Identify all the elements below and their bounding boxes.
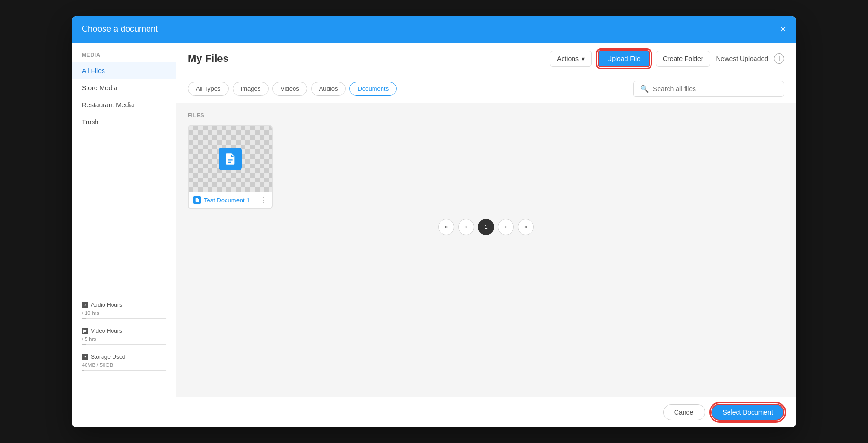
modal-header: Choose a document × — [72, 16, 796, 43]
video-hours-stat: ▶ Video Hours / 5 hrs — [82, 328, 166, 345]
audio-icon: ♪ — [82, 302, 88, 308]
storage-used-bar — [82, 370, 166, 371]
filter-bar: All Types Images Videos Audios Documents… — [176, 75, 796, 103]
files-area: FILES — [176, 103, 796, 397]
actions-label: Actions — [557, 55, 579, 62]
sidebar-section-label: MEDIA — [72, 52, 176, 62]
page-first-button[interactable]: « — [438, 219, 454, 235]
filter-tabs: All Types Images Videos Audios Documents — [188, 82, 397, 96]
file-menu-button[interactable]: ⋮ — [260, 196, 267, 205]
actions-button[interactable]: Actions ▾ — [550, 51, 592, 67]
chevron-down-icon: ▾ — [582, 55, 585, 62]
select-document-button[interactable]: Select Document — [711, 404, 784, 421]
toolbar-actions: Actions ▾ Upload File Create Folder Newe… — [550, 50, 784, 67]
sidebar-item-store-media[interactable]: Store Media — [72, 79, 176, 96]
info-icon[interactable]: i — [774, 53, 784, 64]
tab-audios[interactable]: Audios — [311, 82, 346, 96]
sidebar-item-restaurant-media[interactable]: Restaurant Media — [72, 96, 176, 113]
files-grid: Test Document 1 ⋮ — [188, 125, 784, 209]
audio-hours-bar-fill — [82, 318, 86, 319]
video-hours-label: ▶ Video Hours — [82, 328, 166, 334]
close-button[interactable]: × — [780, 24, 786, 35]
tab-documents[interactable]: Documents — [349, 82, 397, 96]
sidebar-item-all-files[interactable]: All Files — [72, 62, 176, 79]
file-name: Test Document 1 — [204, 197, 257, 204]
pagination: « ‹ 1 › » — [188, 209, 784, 244]
main-toolbar: My Files Actions ▾ Upload File Create Fo… — [176, 43, 796, 75]
sidebar-item-trash[interactable]: Trash — [72, 113, 176, 130]
modal-title: Choose a document — [82, 24, 158, 34]
sidebar-stats: ♪ Audio Hours / 10 hrs ▶ Video Hours — [72, 294, 176, 387]
file-type-icon — [193, 196, 201, 204]
video-hours-value: / 5 hrs — [82, 336, 166, 342]
tab-images[interactable]: Images — [233, 82, 269, 96]
file-info: Test Document 1 ⋮ — [189, 192, 272, 208]
tab-all-types[interactable]: All Types — [188, 82, 229, 96]
modal-footer: Cancel Select Document — [72, 397, 796, 427]
modal-body: MEDIA All Files Store Media Restaurant M… — [72, 43, 796, 397]
sort-label[interactable]: Newest Uploaded — [716, 55, 768, 62]
files-section-label: FILES — [188, 113, 784, 118]
file-card-test-doc-1[interactable]: Test Document 1 ⋮ — [188, 125, 273, 209]
file-thumbnail — [189, 126, 272, 192]
video-hours-bar — [82, 344, 166, 345]
storage-icon: ▪ — [82, 354, 88, 360]
page-prev-button[interactable]: ‹ — [458, 219, 474, 235]
document-icon — [219, 148, 242, 170]
search-icon: 🔍 — [640, 85, 649, 93]
audio-hours-bar — [82, 318, 166, 319]
page-1-button[interactable]: 1 — [478, 219, 494, 235]
sidebar: MEDIA All Files Store Media Restaurant M… — [72, 43, 176, 397]
search-input[interactable] — [653, 85, 777, 93]
audio-hours-value: / 10 hrs — [82, 310, 166, 316]
upload-file-button[interactable]: Upload File — [598, 50, 650, 67]
storage-used-value: 46MB / 50GB — [82, 362, 166, 368]
storage-used-bar-fill — [82, 370, 84, 371]
audio-hours-stat: ♪ Audio Hours / 10 hrs — [82, 302, 166, 319]
audio-hours-label: ♪ Audio Hours — [82, 302, 166, 308]
tab-videos[interactable]: Videos — [272, 82, 307, 96]
page-next-button[interactable]: › — [498, 219, 514, 235]
modal: Choose a document × MEDIA All Files Stor… — [72, 16, 796, 427]
cancel-button[interactable]: Cancel — [663, 404, 706, 420]
main-content: My Files Actions ▾ Upload File Create Fo… — [176, 43, 796, 397]
create-folder-button[interactable]: Create Folder — [656, 51, 711, 67]
video-hours-bar-fill — [82, 344, 86, 345]
page-last-button[interactable]: » — [518, 219, 534, 235]
storage-used-stat: ▪ Storage Used 46MB / 50GB — [82, 354, 166, 371]
video-icon: ▶ — [82, 328, 88, 334]
search-box[interactable]: 🔍 — [633, 81, 784, 97]
storage-used-label: ▪ Storage Used — [82, 354, 166, 360]
modal-overlay: Choose a document × MEDIA All Files Stor… — [0, 0, 868, 443]
page-title: My Files — [188, 52, 229, 65]
